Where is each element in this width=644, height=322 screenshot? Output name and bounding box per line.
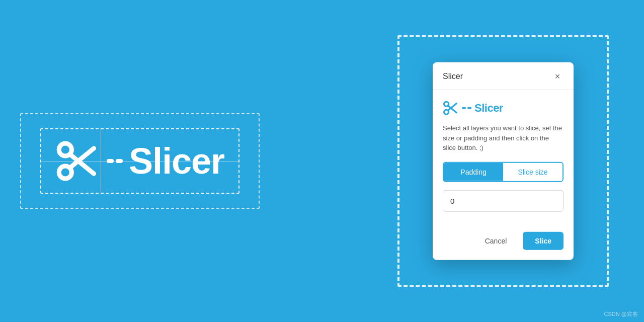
dialog-close-button[interactable]: × [551, 70, 564, 83]
slice-size-toggle-button[interactable]: Slice size [503, 163, 562, 181]
number-input-wrapper [443, 190, 564, 211]
dialog-wrapper: Slicer × Slicer Sel [433, 62, 574, 260]
dialog-dash-1 [462, 107, 466, 109]
slice-button[interactable]: Slice [523, 231, 564, 250]
dialog-body: Slicer Select all layers you want to sli… [433, 90, 574, 232]
guide-line-horizontal [40, 161, 239, 162]
dialog-header: Slicer × [433, 62, 574, 90]
padding-toggle-button[interactable]: Padding [444, 163, 503, 181]
logo-selection: Slicer [40, 128, 239, 194]
dialog-dash-2 [467, 107, 471, 109]
toggle-group: Padding Slice size [443, 162, 564, 182]
dialog-logo: Slicer [443, 100, 564, 116]
dialog-footer: Cancel Slice [433, 231, 574, 260]
logo-content: Slicer [40, 128, 239, 194]
dialog-title: Slicer [443, 72, 463, 81]
svg-point-9 [450, 107, 451, 109]
dialog-description: Select all layers you want to slice, set… [443, 123, 564, 153]
dialog: Slicer × Slicer Sel [433, 62, 574, 260]
cancel-button[interactable]: Cancel [475, 231, 517, 250]
guide-line-vertical [101, 128, 101, 194]
value-input[interactable] [443, 190, 564, 211]
dialog-logo-text: Slicer [474, 102, 503, 115]
dialog-scissors-icon [443, 100, 459, 116]
watermark: CSDN @宾客 [604, 310, 638, 318]
dialog-dashes [462, 107, 471, 109]
